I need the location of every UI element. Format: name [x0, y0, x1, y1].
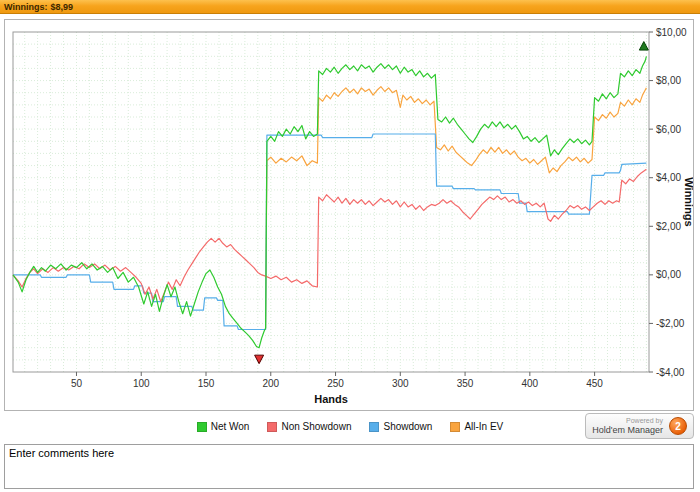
- title-bar: Winnings: $8,99: [0, 0, 700, 14]
- legend-label-net-won: Net Won: [211, 421, 250, 432]
- showdown-swatch-icon: [369, 422, 379, 432]
- legend-item-net-won[interactable]: Net Won: [197, 421, 250, 432]
- hm2-logo-icon: 2: [669, 417, 687, 435]
- y-tick-label: $2,00: [656, 221, 681, 232]
- x-tick-label: 450: [586, 378, 603, 389]
- powered-by-label: Powered by: [626, 417, 663, 425]
- y-tick-label: -$4,00: [656, 367, 685, 378]
- x-axis-title: Hands: [314, 393, 348, 405]
- winnings-label: Winnings:: [4, 2, 47, 12]
- legend-item-showdown[interactable]: Showdown: [369, 421, 432, 432]
- badge-text: Powered by Hold'em Manager: [592, 417, 663, 435]
- x-tick-label: 400: [521, 378, 538, 389]
- x-tick-label: 150: [198, 378, 215, 389]
- powered-by-badge[interactable]: Powered by Hold'em Manager 2: [585, 413, 694, 439]
- legend-item-non-showdown[interactable]: Non Showdown: [267, 421, 351, 432]
- all-in-ev-swatch-icon: [450, 422, 460, 432]
- net-won-swatch-icon: [197, 422, 207, 432]
- legend-item-all-in-ev[interactable]: All-In EV: [450, 421, 503, 432]
- winnings-value: $8,99: [50, 2, 73, 12]
- legend-label-non-showdown: Non Showdown: [281, 421, 351, 432]
- x-tick-label: 300: [392, 378, 409, 389]
- footer-row: Net Won Non Showdown Showdown All-In EV …: [0, 413, 700, 441]
- x-tick-label: 100: [133, 378, 150, 389]
- y-tick-label: $0,00: [656, 269, 681, 280]
- comments-input[interactable]: Enter comments here: [5, 445, 693, 488]
- app-name-label: Hold'em Manager: [592, 425, 663, 435]
- non-showdown-swatch-icon: [267, 422, 277, 432]
- y-tick-label: $10,00: [656, 27, 687, 38]
- chart-panel: 50100150200250300350400450$10,00$8,00$6,…: [4, 19, 694, 411]
- x-tick-label: 350: [457, 378, 474, 389]
- comments-panel: Enter comments here: [4, 444, 694, 489]
- winnings-chart: 50100150200250300350400450$10,00$8,00$6,…: [5, 20, 693, 410]
- y-tick-label: $4,00: [656, 172, 681, 183]
- series-line-net-won: [13, 56, 646, 347]
- y-tick-label: $8,00: [656, 75, 681, 86]
- x-tick-label: 250: [327, 378, 344, 389]
- legend-label-all-in-ev: All-In EV: [464, 421, 503, 432]
- y-tick-label: -$2,00: [656, 318, 685, 329]
- legend-label-showdown: Showdown: [383, 421, 432, 432]
- x-tick-label: 50: [71, 378, 83, 389]
- grid-lines: [13, 32, 649, 372]
- y-axis-title: Winnings: [683, 177, 693, 226]
- min-marker-icon: [255, 355, 264, 364]
- max-marker-icon: [639, 42, 648, 51]
- series-line-showdown: [13, 134, 646, 330]
- x-tick-label: 200: [262, 378, 279, 389]
- y-tick-label: $6,00: [656, 124, 681, 135]
